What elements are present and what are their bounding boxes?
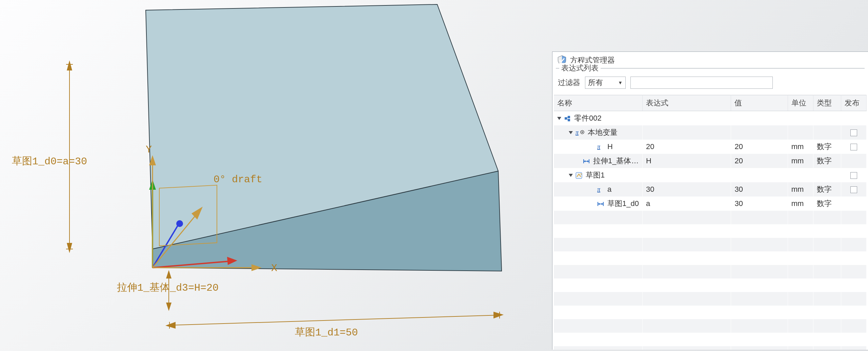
cell-publish[interactable]: [841, 140, 866, 154]
expression-grid[interactable]: 名称 表达式 值 单位 类型 发布 零件002本地变量H2020mm数字拉伸1_…: [554, 95, 867, 350]
cell-type: [813, 168, 841, 182]
grid-row[interactable]: 零件002: [554, 111, 867, 126]
cell-publish[interactable]: [841, 182, 866, 197]
grid-row-empty: [554, 319, 867, 333]
dimension-height-label: 草图1_d0=a=30: [12, 156, 87, 167]
dimension-extrude[interactable]: 拉伸1_基体_d3=H=20: [117, 270, 219, 311]
svg-marker-19: [166, 270, 171, 278]
cell-publish[interactable]: [841, 111, 866, 126]
grid-row-empty: [554, 346, 867, 350]
grid-row[interactable]: H2020mm数字: [554, 140, 867, 154]
svg-point-5: [176, 220, 183, 227]
cell-unit: mm: [788, 182, 813, 197]
cell-expr[interactable]: a: [642, 197, 731, 211]
col-header-publish[interactable]: 发布: [841, 95, 866, 111]
cell-type: [813, 125, 841, 140]
filter-search-input[interactable]: [630, 77, 773, 89]
cell-value[interactable]: 20: [731, 140, 788, 154]
dimension-width[interactable]: 草图1_d1=50: [165, 312, 504, 338]
cell-expr[interactable]: [642, 168, 731, 182]
cell-type: [813, 111, 841, 126]
fieldset-legend: 表达式列表: [559, 63, 601, 73]
filter-combo[interactable]: 所有 ▼: [585, 77, 626, 89]
ico-dim-icon: [583, 158, 590, 165]
draft-label: 0° draft: [214, 174, 262, 185]
cell-unit: mm: [788, 140, 813, 154]
dimension-extrude-label: 拉伸1_基体_d3=H=20: [117, 282, 219, 294]
cell-value[interactable]: [731, 111, 788, 126]
col-header-unit[interactable]: 单位: [788, 95, 813, 111]
cell-name[interactable]: a: [554, 182, 642, 197]
cell-value[interactable]: 30: [731, 197, 788, 211]
grid-row[interactable]: 草图1_d0a30mm数字: [554, 197, 867, 211]
cell-value[interactable]: 30: [731, 182, 788, 197]
axis-y-label: Y: [146, 144, 152, 156]
cell-unit: [788, 168, 813, 182]
row-name: 零件002: [574, 114, 602, 122]
cell-value[interactable]: [731, 168, 788, 182]
col-header-expr[interactable]: 表达式: [642, 95, 731, 111]
grid-row-empty: [554, 265, 867, 278]
expand-caret-icon[interactable]: [557, 117, 561, 120]
cell-value[interactable]: 20: [731, 154, 788, 168]
cell-name[interactable]: 草图1: [554, 168, 642, 182]
cell-expr[interactable]: H: [642, 154, 731, 168]
publish-checkbox[interactable]: [850, 144, 857, 150]
col-header-name[interactable]: 名称: [554, 95, 642, 111]
ico-part-icon: [564, 115, 571, 122]
cell-expr[interactable]: 30: [642, 182, 731, 197]
grid-row[interactable]: 本地变量: [554, 125, 867, 140]
dimension-height[interactable]: 草图1_d0=a=30: [12, 60, 87, 253]
cell-type: 数字: [813, 140, 841, 154]
cell-name[interactable]: 零件002: [554, 111, 642, 126]
svg-marker-15: [67, 243, 72, 253]
cell-unit: [788, 111, 813, 126]
grid-row-empty: [554, 292, 867, 306]
cell-expr[interactable]: [642, 125, 731, 140]
ico-dim-icon: [597, 201, 605, 207]
cell-name[interactable]: 拉伸1_基体_d3: [554, 154, 642, 168]
grid-row[interactable]: 拉伸1_基体_d3H20mm数字: [554, 154, 867, 168]
cell-name[interactable]: H: [554, 140, 642, 154]
expand-caret-icon[interactable]: [569, 131, 573, 134]
publish-checkbox[interactable]: [850, 172, 857, 179]
equation-manager-panel: 方程式管理器 表达式列表 过滤器 所有 ▼ 名称 表达式 值 单位: [552, 51, 868, 350]
col-header-type[interactable]: 类型: [813, 95, 841, 111]
grid-row-empty: [554, 224, 867, 238]
cell-publish[interactable]: [841, 154, 866, 168]
grid-row-empty: [554, 278, 867, 292]
grid-row-empty: [554, 238, 867, 251]
grid-row-empty: [554, 251, 867, 265]
cell-type: 数字: [813, 182, 841, 197]
grid-row[interactable]: a3030mm数字: [554, 182, 867, 197]
col-header-value[interactable]: 值: [731, 95, 788, 111]
publish-checkbox[interactable]: [850, 186, 857, 193]
grid-row-empty: [554, 333, 867, 346]
cad-viewport[interactable]: X Y 草图1_d0=a=30 0° draft 拉伸1_基体_d3=H=20 …: [0, 0, 549, 351]
cell-type: 数字: [813, 154, 841, 168]
grid-row[interactable]: 草图1: [554, 168, 867, 182]
cell-type: 数字: [813, 197, 841, 211]
dimension-width-label: 草图1_d1=50: [295, 327, 358, 338]
cell-unit: mm: [788, 197, 813, 211]
cell-publish[interactable]: [841, 168, 866, 182]
cell-expr[interactable]: 20: [642, 140, 731, 154]
row-name: 草图1_d0: [607, 199, 639, 208]
grid-row-empty: [554, 211, 867, 224]
expand-caret-icon[interactable]: [569, 174, 573, 177]
row-name: 草图1: [586, 171, 605, 179]
cell-expr[interactable]: [642, 111, 731, 126]
cell-value[interactable]: [731, 125, 788, 140]
row-name: H: [607, 142, 613, 151]
svg-line-21: [169, 315, 500, 325]
ico-pi-icon: [597, 144, 605, 150]
grid-header-row: 名称 表达式 值 单位 类型 发布: [554, 95, 867, 111]
cell-name[interactable]: 本地变量: [554, 125, 642, 140]
svg-marker-22: [165, 322, 176, 329]
cell-unit: [788, 125, 813, 140]
cell-publish[interactable]: [841, 197, 866, 211]
cell-name[interactable]: 草图1_d0: [554, 197, 642, 211]
cell-publish[interactable]: [841, 125, 866, 140]
viewport-svg: X Y 草图1_d0=a=30 0° draft 拉伸1_基体_d3=H=20 …: [0, 0, 549, 351]
publish-checkbox[interactable]: [850, 129, 857, 136]
